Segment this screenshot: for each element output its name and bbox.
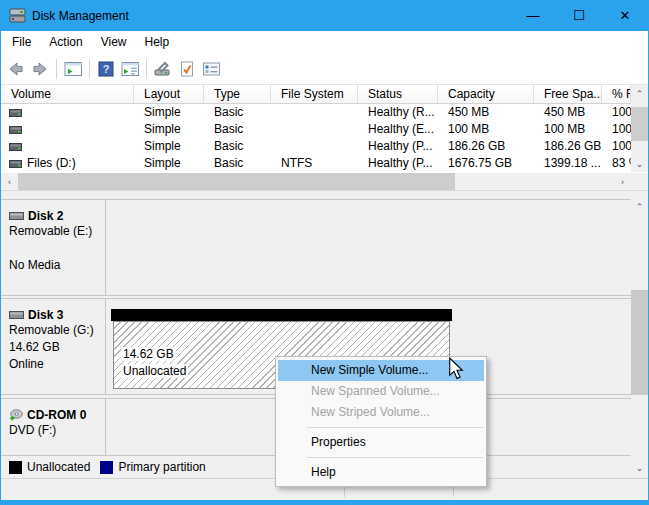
- cell-free-space: 1399.18 ...: [534, 155, 602, 172]
- disk-size: 14.62 GB: [9, 339, 99, 356]
- cell-type: Basic: [204, 104, 271, 121]
- scrollbar-track[interactable]: [455, 173, 614, 190]
- cell-layout: Simple: [134, 104, 204, 121]
- column-header-percent-free[interactable]: % F: [602, 85, 631, 104]
- volume-list-horizontal-scrollbar[interactable]: ‹ ›: [1, 173, 631, 190]
- column-header-capacity[interactable]: Capacity: [438, 85, 534, 104]
- scroll-down-icon[interactable]: ⌄: [631, 459, 648, 476]
- legend-unallocated-label: Unallocated: [27, 460, 90, 474]
- disk-name-label: Disk 2: [28, 209, 63, 223]
- cell-capacity: 450 MB: [438, 104, 534, 121]
- mouse-cursor: [448, 357, 464, 381]
- cell-status: Healthy (P...: [358, 155, 438, 172]
- menu-action[interactable]: Action: [40, 31, 91, 54]
- menubar: File Action View Help: [1, 31, 648, 54]
- column-header-type[interactable]: Type: [204, 85, 271, 104]
- cell-file-system: [271, 121, 358, 138]
- menu-file[interactable]: File: [3, 31, 40, 54]
- partition-label: 14.62 GB Unallocated: [121, 346, 188, 380]
- menu-item-new-striped-volume: New Striped Volume...: [278, 402, 484, 423]
- disk-2-header[interactable]: Disk 2 Removable (E:) No Media: [1, 200, 106, 295]
- volume-list: Volume Layout Type File System Status Ca…: [1, 85, 648, 190]
- menu-separator: [307, 427, 483, 428]
- toolbar-separator: [89, 59, 90, 79]
- show-action-pane-button[interactable]: [118, 57, 142, 81]
- show-console-tree-button[interactable]: [61, 57, 85, 81]
- scrollbar-thumb[interactable]: [631, 290, 648, 395]
- disk-management-window: Disk Management — ☐ ✕ File Action View H…: [0, 0, 649, 505]
- scroll-up-icon[interactable]: ⌃: [631, 198, 648, 215]
- disk-icon: [9, 212, 24, 220]
- menu-separator: [307, 457, 483, 458]
- minimize-button[interactable]: —: [510, 0, 556, 31]
- device-properties-icon: [154, 61, 172, 77]
- column-header-file-system[interactable]: File System: [271, 85, 358, 104]
- help-button[interactable]: ?: [94, 57, 118, 81]
- disk-status: No Media: [9, 257, 99, 274]
- menu-view[interactable]: View: [92, 31, 136, 54]
- cell-percent-free: 100: [602, 121, 631, 138]
- device-properties-button[interactable]: [151, 57, 175, 81]
- volume-icon: [9, 160, 22, 168]
- partition-state-label: Unallocated: [121, 364, 188, 378]
- disk-subtitle: Removable (E:): [9, 223, 99, 240]
- primary-partition-swatch: [100, 461, 113, 474]
- close-button[interactable]: ✕: [602, 0, 648, 31]
- column-header-volume[interactable]: Volume: [1, 85, 134, 104]
- scroll-up-icon[interactable]: ⌃: [631, 85, 648, 102]
- cell-free-space: 450 MB: [534, 104, 602, 121]
- column-header-free-space[interactable]: Free Spa...: [534, 85, 602, 104]
- column-header-layout[interactable]: Layout: [134, 85, 204, 104]
- disk-name-label: CD-ROM 0: [27, 408, 86, 422]
- disk-3-header[interactable]: Disk 3 Removable (G:) 14.62 GB Online: [1, 299, 106, 394]
- volume-row[interactable]: Simple Basic Healthy (R... 450 MB 450 MB…: [1, 104, 648, 121]
- cell-type: Basic: [204, 138, 271, 155]
- cell-type: Basic: [204, 155, 271, 172]
- cdrom-icon: [9, 409, 23, 421]
- check-document-icon: [178, 60, 196, 78]
- volume-row[interactable]: Files (D:) Simple Basic NTFS Healthy (P.…: [1, 155, 648, 172]
- volume-row[interactable]: Simple Basic Healthy (P... 186.26 GB 186…: [1, 138, 648, 155]
- view-options-button[interactable]: [199, 57, 223, 81]
- cell-capacity: 1676.75 GB: [438, 155, 534, 172]
- help-icon: ?: [97, 60, 115, 78]
- disk-name-label: Disk 3: [28, 308, 63, 322]
- volume-list-header: Volume Layout Type File System Status Ca…: [1, 85, 648, 104]
- cell-layout: Simple: [134, 138, 204, 155]
- volume-icon: [9, 126, 22, 134]
- scrollbar-thumb[interactable]: [18, 173, 455, 190]
- scroll-down-icon[interactable]: ⌄: [631, 155, 648, 172]
- cell-capacity: 100 MB: [438, 121, 534, 138]
- scrollbar-thumb[interactable]: [631, 107, 648, 141]
- cell-status: Healthy (R...: [358, 104, 438, 121]
- menu-item-new-spanned-volume: New Spanned Volume...: [278, 381, 484, 402]
- disk-2-row[interactable]: Disk 2 Removable (E:) No Media: [1, 199, 631, 296]
- cell-file-system: NTFS: [271, 155, 358, 172]
- volume-name: Files (D:): [27, 155, 76, 172]
- menu-help[interactable]: Help: [136, 31, 179, 54]
- disk-2-region[interactable]: [106, 200, 631, 295]
- forward-button[interactable]: [28, 57, 52, 81]
- back-button[interactable]: [4, 57, 28, 81]
- menu-item-properties[interactable]: Properties: [278, 432, 484, 453]
- check-document-button[interactable]: [175, 57, 199, 81]
- scroll-left-icon[interactable]: ‹: [1, 173, 18, 190]
- view-options-icon: [202, 61, 221, 77]
- volume-row[interactable]: Simple Basic Healthy (E... 100 MB 100 MB…: [1, 121, 648, 138]
- disk-subtitle: DVD (F:): [9, 422, 99, 439]
- menu-item-help[interactable]: Help: [278, 462, 484, 483]
- maximize-button[interactable]: ☐: [556, 0, 602, 31]
- cell-percent-free: 83 %: [602, 155, 631, 172]
- cell-layout: Simple: [134, 155, 204, 172]
- volume-icon: [9, 109, 22, 117]
- cell-free-space: 186.26 GB: [534, 138, 602, 155]
- volume-icon: [9, 143, 22, 151]
- disk-size: [9, 240, 99, 257]
- scroll-right-icon[interactable]: ›: [614, 173, 631, 190]
- cell-status: Healthy (E...: [358, 121, 438, 138]
- disk-pane-vertical-scrollbar[interactable]: ⌃ ⌄: [631, 196, 648, 478]
- toolbar-separator: [146, 59, 147, 79]
- column-header-status[interactable]: Status: [358, 85, 438, 104]
- cdrom-0-header[interactable]: CD-ROM 0 DVD (F:): [1, 399, 106, 455]
- volume-list-vertical-scrollbar[interactable]: ⌃ ⌄: [631, 85, 648, 172]
